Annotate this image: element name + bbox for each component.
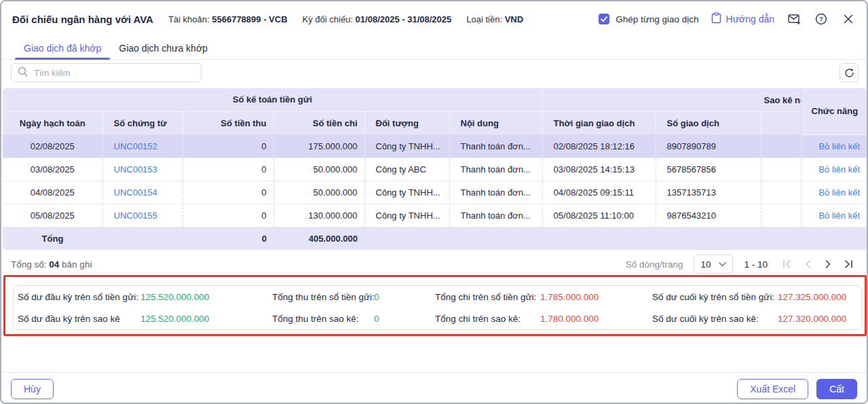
cell-amount-out: 50.000.000: [273, 181, 364, 204]
table-row[interactable]: 05/08/2025 UNC00155 0 130.000.000 Công t…: [3, 204, 868, 227]
match-each-transaction-checkbox[interactable]: Ghép từng giao dịch: [599, 14, 698, 24]
total-amount-in: 0: [183, 227, 273, 250]
search-input[interactable]: [33, 67, 195, 79]
record-count: Tổng số: 04 bản ghi: [11, 259, 92, 270]
annotation-highlight-box: Số dư đầu kỳ trên sổ tiền gửi:125.520.00…: [3, 275, 867, 336]
account-value: 5566778899 - VCB: [212, 14, 287, 24]
cancel-button[interactable]: Hủy: [11, 379, 54, 399]
cell-posting-date: 02/08/2025: [3, 134, 102, 158]
header-actions: Ghép từng giao dịch Hướng dẫn ?: [599, 12, 856, 26]
modal-header: Đối chiếu ngân hàng với AVA Tài khoản: 5…: [1, 1, 867, 37]
chevron-down-icon: [719, 262, 726, 267]
rows-per-page-select[interactable]: 10: [694, 255, 733, 274]
period-info: Kỳ đối chiếu: 01/08/2025 - 31/08/2025: [303, 14, 452, 24]
page-title: Đối chiếu ngân hàng với AVA: [12, 14, 153, 25]
table-row[interactable]: 04/08/2025 UNC00154 0 50.000.000 Công ty…: [3, 181, 868, 204]
checkbox-checked-icon[interactable]: [599, 14, 609, 24]
footer-actions: Xuất Excel Cất: [737, 379, 857, 399]
cell-empty: [761, 134, 801, 158]
save-button[interactable]: Cất: [816, 379, 857, 399]
export-excel-button[interactable]: Xuất Excel: [737, 379, 808, 399]
pager-controls: Số dòng/trang 10 1 - 10: [626, 255, 857, 274]
cell-amount-in: 0: [183, 134, 273, 158]
table-row[interactable]: 03/08/2025 UNC00153 0 50.000.000 Công ty…: [3, 158, 868, 181]
cell-transaction-time: 02/08/2025 18:12:16: [542, 134, 656, 158]
cell-transaction-time: 05/08/2025 11:10:00: [542, 204, 656, 227]
summary-total-out-ledger: Tổng chi trên sổ tiền gửi:1.785.000.000: [431, 292, 648, 302]
total-amount-out: 405.000.000: [273, 227, 364, 250]
guide-link[interactable]: Hướng dẫn: [711, 12, 774, 26]
cell-amount-out: 130.000.000: [273, 204, 364, 227]
cell-amount-in: 0: [183, 181, 273, 204]
group-header-ledger: Số kế toán tiền gửi: [3, 88, 542, 111]
guide-link-label: Hướng dẫn: [726, 14, 774, 24]
summary-closing-balance-statement: Số dư cuối kỳ trên sao kê:127.320.000.00…: [648, 314, 861, 324]
tab-unmatched-transactions[interactable]: Giao dịch chưa khớp: [110, 37, 216, 59]
doc-no-link[interactable]: UNC00153: [114, 164, 157, 175]
doc-no-link[interactable]: UNC00155: [114, 210, 157, 221]
column-header-amount-in: Số tiền thu: [183, 111, 273, 134]
cell-transaction-no: 5678567856: [656, 158, 761, 181]
clipboard-icon: [711, 12, 721, 26]
total-row: Tổng 0 405.000.000: [3, 227, 868, 250]
cell-partner: Công ty TNHH...: [364, 134, 449, 158]
account-info: Tài khoản: 5566778899 - VCB: [168, 14, 288, 24]
next-page-icon[interactable]: [819, 255, 837, 273]
group-header-bank-statement: Sao kê ngân hàng: [542, 88, 801, 111]
cell-posting-date: 03/08/2025: [3, 158, 102, 181]
cell-function: Bỏ liên kết: [801, 134, 868, 158]
help-icon[interactable]: ?: [814, 12, 829, 26]
account-label: Tài khoản:: [168, 14, 210, 24]
cell-partner: Công ty ABC: [364, 158, 449, 181]
cell-empty: [761, 181, 801, 204]
first-page-icon[interactable]: [778, 255, 796, 273]
cell-transaction-no: 9876543210: [656, 204, 761, 227]
doc-no-link[interactable]: UNC00152: [114, 141, 157, 151]
unlink-action[interactable]: Bỏ liên kết: [818, 187, 860, 198]
search-box[interactable]: [11, 63, 202, 82]
cell-function: Bỏ liên kết: [801, 204, 868, 227]
prev-page-icon[interactable]: [799, 255, 816, 273]
column-header-doc-no: Số chứng từ: [102, 111, 183, 134]
mail-icon[interactable]: [787, 12, 801, 26]
total-label: Tổng: [3, 227, 102, 250]
rows-per-page-label: Số dòng/trang: [626, 259, 683, 270]
doc-no-link[interactable]: UNC00154: [114, 187, 157, 198]
total-empty: [102, 227, 183, 250]
refresh-button[interactable]: [839, 63, 858, 82]
cell-function: Bỏ liên kết: [801, 158, 868, 181]
unlink-action[interactable]: Bỏ liên kết: [818, 210, 860, 221]
tab-matched-transactions[interactable]: Giao dịch đã khớp: [15, 37, 110, 59]
checkbox-label: Ghép từng giao dịch: [616, 14, 698, 24]
summary-total-out-statement: Tổng chi trên sao kê:1.780.000.000: [431, 314, 648, 324]
cell-amount-in: 0: [183, 158, 273, 181]
currency-value: VND: [505, 14, 523, 24]
currency-info: Loại tiền: VND: [466, 14, 523, 24]
cell-content: Thanh toán đơn...: [449, 204, 542, 227]
last-page-icon[interactable]: [839, 255, 857, 273]
cell-content: Thanh toán đơn...: [449, 134, 542, 158]
unlink-action[interactable]: Bỏ liên kết: [818, 164, 860, 175]
cell-content: Thanh toán đơn...: [449, 181, 542, 204]
cell-transaction-no: 8907890789: [656, 134, 761, 158]
cell-empty: [761, 158, 801, 181]
cell-content: Thanh toán đơn...: [449, 158, 542, 181]
column-header-empty: [761, 111, 801, 134]
unlink-action[interactable]: Bỏ liên kết: [818, 141, 860, 151]
modal-footer: Hủy Xuất Excel Cất: [1, 372, 867, 404]
page-buttons: [778, 255, 857, 273]
column-header-transaction-no: Số giao dịch: [656, 111, 761, 134]
cell-partner: Công ty TNHH...: [364, 204, 449, 227]
record-count-unit: bản ghi: [62, 259, 92, 270]
record-count-value: 04: [49, 259, 59, 270]
close-icon[interactable]: [841, 12, 856, 26]
record-count-label: Tổng số:: [11, 259, 47, 270]
column-header-amount-out: Số tiền chi: [273, 111, 364, 134]
cell-doc-no: UNC00153: [102, 158, 183, 181]
table-row[interactable]: 02/08/2025 UNC00152 0 175.000.000 Công t…: [3, 134, 868, 158]
transactions-table: Số kế toán tiền gửi Sao kê ngân hàng Chứ…: [3, 88, 868, 250]
cell-function: Bỏ liên kết: [801, 181, 868, 204]
period-value: 01/08/2025 - 31/08/2025: [356, 14, 452, 24]
column-header-partner: Đối tượng: [364, 111, 449, 134]
cell-partner: Công ty TNHH...: [364, 181, 449, 204]
